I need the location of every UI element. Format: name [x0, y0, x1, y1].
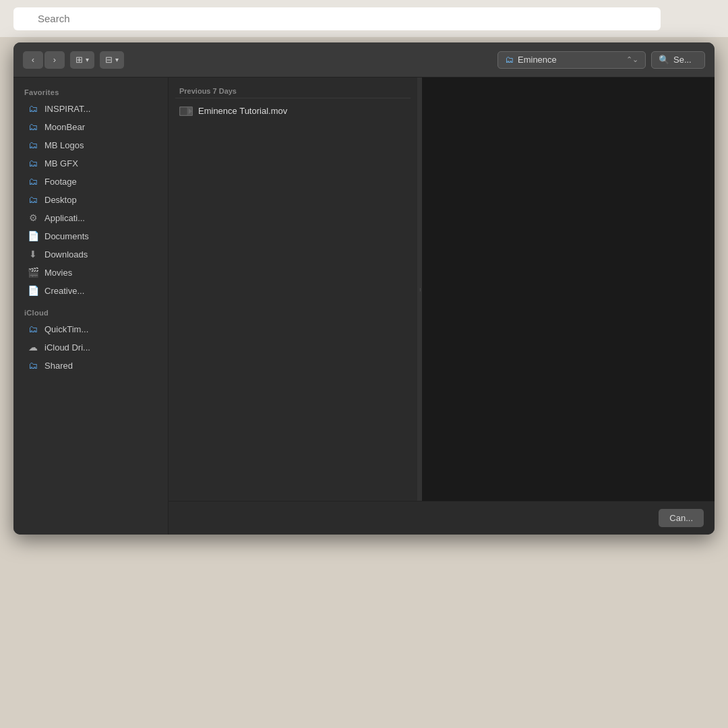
location-folder-icon: 🗂 [505, 55, 514, 65]
sidebar-item-moonbear[interactable]: 🗂 MoonBear [16, 118, 165, 135]
file-name: Eminence Tutorial.mov [198, 106, 287, 116]
folder-icon: 🗂 [27, 176, 39, 187]
sidebar-item-label: Downloads [44, 249, 88, 260]
favorites-label: Favorites [13, 84, 168, 99]
folder-icon: 🗂 [27, 158, 39, 169]
sidebar-item-creative[interactable]: 📄 Creative... [16, 282, 165, 299]
search-container: 🔍 [13, 7, 661, 30]
folder-icon: 🗂 [27, 140, 39, 150]
sidebar-item-shared[interactable]: 🗂 Shared [16, 357, 165, 374]
sidebar-item-label: Desktop [44, 195, 77, 205]
file-list-area: Previous 7 Days Eminence Tutorial.mov [169, 78, 417, 501]
forward-button[interactable]: › [44, 51, 65, 69]
sidebar-item-label: Movies [44, 268, 72, 278]
grid-view-button[interactable]: ⊟ ▾ [100, 51, 124, 69]
column-view-button[interactable]: ⊞ ▾ [70, 51, 94, 69]
section-divider [175, 98, 411, 98]
file-icon-mov [179, 107, 193, 116]
icloud-drive-icon: ☁ [27, 342, 39, 353]
resize-handle[interactable]: · · · [418, 78, 422, 501]
downloads-icon: ⬇ [27, 249, 39, 260]
sidebar-item-label: MB GFX [44, 158, 78, 169]
sidebar-item-inspirat[interactable]: 🗂 INSPIRAT... [16, 100, 165, 117]
toolbar-search[interactable]: 🔍 Se... [651, 51, 705, 69]
sidebar-item-label: Footage [44, 177, 77, 187]
main-panel: Previous 7 Days Eminence Tutorial.mov [169, 78, 715, 535]
toolbar-search-label: Se... [673, 55, 692, 65]
sidebar-item-label: Documents [44, 231, 89, 241]
grid-view-icon: ⊟ [105, 55, 113, 65]
finder-content: Favorites 🗂 INSPIRAT... 🗂 MoonBear 🗂 MB … [13, 78, 715, 535]
finder-window: ‹ › ⊞ ▾ ⊟ ▾ 🗂 Eminence ⌃⌄ 🔍 Se... Favori… [13, 42, 715, 535]
sidebar-item-desktop[interactable]: 🗂 Desktop [16, 191, 165, 208]
sidebar-item-label: Shared [44, 361, 73, 371]
quicktim-icon: 🗂 [27, 324, 39, 334]
sidebar-item-label: MB Logos [44, 140, 84, 150]
resize-dots: · · · [417, 288, 424, 291]
sidebar-item-downloads[interactable]: ⬇ Downloads [16, 245, 165, 263]
sidebar-item-label: Creative... [44, 286, 84, 296]
folder-icon: 🗂 [27, 103, 39, 114]
preview-panel [422, 78, 715, 501]
sidebar-item-movies[interactable]: 🎬 Movies [16, 264, 165, 281]
movies-icon: 🎬 [27, 267, 39, 278]
column-view-icon: ⊞ [75, 55, 83, 65]
finder-toolbar: ‹ › ⊞ ▾ ⊟ ▾ 🗂 Eminence ⌃⌄ 🔍 Se... [13, 42, 715, 78]
sidebar-item-quicktim[interactable]: 🗂 QuickTim... [16, 320, 165, 338]
folder-icon: 🗂 [27, 121, 39, 132]
location-folder-name: Eminence [518, 55, 557, 65]
cancel-button[interactable]: Can... [659, 509, 704, 527]
column-view-chevron: ▾ [86, 56, 89, 63]
icloud-label: iCloud [13, 305, 168, 320]
search-input[interactable] [13, 7, 661, 30]
toolbar-search-icon: 🔍 [659, 55, 669, 65]
file-item-eminence-tutorial[interactable]: Eminence Tutorial.mov [169, 102, 417, 119]
sidebar-item-label: INSPIRAT... [44, 104, 90, 114]
sidebar-item-mb-logos[interactable]: 🗂 MB Logos [16, 136, 165, 154]
documents-icon: 📄 [27, 231, 39, 241]
sidebar: Favorites 🗂 INSPIRAT... 🗂 MoonBear 🗂 MB … [13, 78, 169, 535]
applications-icon: ⚙ [27, 212, 39, 223]
back-button[interactable]: ‹ [23, 51, 43, 69]
svg-rect-0 [180, 107, 187, 115]
location-bar[interactable]: 🗂 Eminence ⌃⌄ [497, 51, 646, 69]
nav-btn-group: ‹ › [23, 51, 65, 69]
svg-marker-1 [189, 109, 192, 114]
sidebar-item-footage[interactable]: 🗂 Footage [16, 173, 165, 190]
section-header-7days: Previous 7 Days [169, 83, 417, 98]
shared-icon: 🗂 [27, 360, 39, 371]
sidebar-item-label: iCloud Dri... [44, 342, 90, 353]
sidebar-item-label: QuickTim... [44, 324, 88, 334]
location-chevron-icon: ⌃⌄ [626, 55, 638, 64]
finder-bottom: Can... [169, 501, 715, 535]
sidebar-item-label: MoonBear [44, 122, 85, 132]
creative-icon: 📄 [27, 285, 39, 296]
top-search-bar: 🔍 [0, 0, 728, 37]
sidebar-item-applications[interactable]: ⚙ Applicati... [16, 209, 165, 226]
folder-icon: 🗂 [27, 194, 39, 205]
file-list-column: Previous 7 Days Eminence Tutorial.mov [169, 78, 418, 501]
sidebar-item-label: Applicati... [44, 213, 85, 223]
sidebar-item-mb-gfx[interactable]: 🗂 MB GFX [16, 154, 165, 172]
sidebar-item-icloud-drive[interactable]: ☁ iCloud Dri... [16, 338, 165, 356]
sidebar-item-documents[interactable]: 📄 Documents [16, 227, 165, 245]
grid-view-chevron: ▾ [115, 56, 119, 63]
